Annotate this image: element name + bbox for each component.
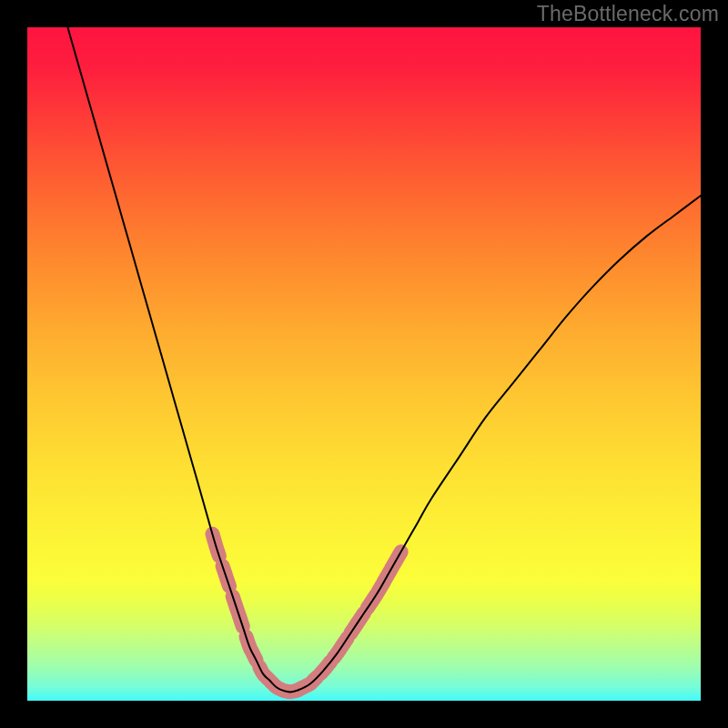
highlight-dash	[223, 566, 229, 586]
bottleneck-curve	[67, 27, 701, 692]
highlight-dash	[320, 662, 330, 674]
plot-area	[27, 27, 701, 701]
highlight-dash	[213, 534, 219, 556]
highlight-dash	[368, 551, 401, 608]
curve-overlay	[27, 27, 701, 701]
highlight-dash	[247, 637, 257, 661]
highlight-dash	[350, 613, 364, 633]
highlight-dashes	[213, 534, 401, 692]
highlight-dash	[259, 667, 317, 692]
highlight-dash	[334, 639, 348, 658]
watermark-text: TheBottleneck.com	[537, 2, 719, 26]
chart-frame: TheBottleneck.com	[0, 0, 728, 728]
highlight-dash	[233, 596, 243, 626]
